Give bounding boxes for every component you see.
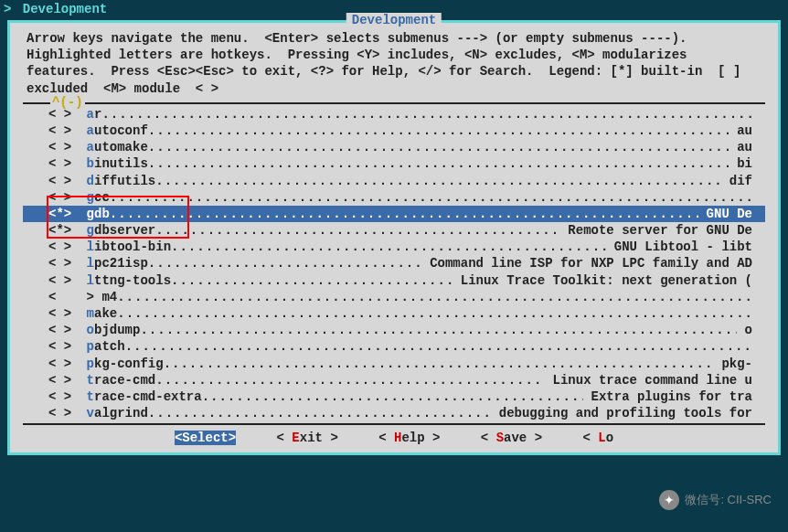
item-desc: o bbox=[737, 322, 752, 338]
menu-item[interactable]: < > automake............................… bbox=[23, 139, 765, 155]
item-label: bjdump bbox=[94, 322, 140, 338]
item-dots: ........................................… bbox=[140, 322, 737, 338]
item-dots: ........................................… bbox=[148, 405, 492, 421]
item-hotkey: l bbox=[87, 255, 94, 271]
item-dots: ........................................… bbox=[155, 173, 721, 189]
menu-item[interactable]: <*> gdbserver...........................… bbox=[23, 222, 765, 239]
item-desc: au bbox=[729, 122, 752, 139]
item-hotkey: a bbox=[87, 139, 94, 155]
item-desc: au bbox=[729, 139, 752, 155]
item-dots: ........................................… bbox=[117, 305, 752, 322]
item-hotkey: d bbox=[87, 173, 94, 189]
scroll-up-indicator: ^(-) bbox=[50, 95, 85, 110]
item-label: ake bbox=[94, 305, 117, 322]
item-hotkey: a bbox=[87, 122, 94, 139]
item-dots: ........................................… bbox=[148, 139, 729, 155]
breadcrumb-path: Development bbox=[23, 2, 107, 16]
item-hotkey: v bbox=[87, 405, 94, 421]
select-button[interactable]: <Select> bbox=[175, 431, 236, 445]
item-hotkey: t bbox=[87, 388, 94, 405]
item-state: < > bbox=[48, 305, 80, 322]
item-dots: ........................................… bbox=[202, 388, 584, 405]
item-hotkey: t bbox=[87, 372, 94, 388]
item-hotkey: a bbox=[87, 106, 94, 122]
dialog-box: Development Arrow keys navigate the menu… bbox=[7, 20, 781, 455]
menu-item[interactable]: <*> gdb.................................… bbox=[23, 206, 765, 222]
item-state: < > bbox=[48, 122, 80, 139]
item-dots: ........................................… bbox=[101, 106, 752, 122]
item-label: ibtool-bin bbox=[94, 239, 171, 255]
item-label: utomake bbox=[94, 139, 148, 155]
item-state: <*> bbox=[48, 206, 80, 222]
item-label: race-cmd bbox=[94, 372, 155, 388]
breadcrumb-prompt: > bbox=[4, 2, 11, 16]
item-hotkey: o bbox=[87, 322, 94, 338]
item-hotkey: p bbox=[87, 338, 94, 355]
item-state: < > bbox=[48, 356, 80, 372]
help-button[interactable]: < Help > bbox=[378, 431, 440, 445]
menu-item[interactable]: < > trace-cmd...........................… bbox=[23, 372, 765, 388]
wechat-icon: ✦ bbox=[659, 490, 679, 510]
item-hotkey: m bbox=[87, 305, 94, 322]
item-state: < > bbox=[48, 173, 80, 189]
item-dots: ........................................… bbox=[155, 372, 545, 388]
menu-item[interactable]: < > m4..................................… bbox=[23, 289, 765, 305]
item-state: < > bbox=[48, 139, 80, 155]
item-state: < > bbox=[48, 189, 80, 206]
menu-container: ^(-) < > ar.............................… bbox=[23, 102, 765, 426]
item-desc: bi bbox=[729, 155, 752, 172]
save-button[interactable]: < Save > bbox=[481, 431, 542, 445]
item-desc: GNU Libtool - libt bbox=[606, 239, 752, 255]
menu-item[interactable]: < > valgrind............................… bbox=[23, 405, 765, 421]
item-hotkey: p bbox=[87, 356, 94, 372]
item-state: < > bbox=[48, 405, 80, 421]
menu-item[interactable]: < > make................................… bbox=[23, 305, 765, 322]
item-desc: Linux trace command line u bbox=[545, 372, 752, 388]
item-state: < bbox=[48, 289, 80, 305]
item-dots: ........................................… bbox=[171, 239, 606, 255]
item-desc: debugging and profiling tools for bbox=[491, 405, 752, 421]
item-label: atch bbox=[94, 338, 125, 355]
item-label: db bbox=[94, 206, 110, 222]
help-text: Arrow keys navigate the menu. <Enter> se… bbox=[10, 27, 778, 102]
menu-item[interactable]: < > gcc.................................… bbox=[23, 189, 765, 206]
item-dots: ........................................… bbox=[155, 222, 560, 239]
menu-item[interactable]: < > patch...............................… bbox=[23, 338, 765, 355]
item-label: > m4 bbox=[87, 289, 118, 305]
item-dots: ........................................… bbox=[110, 189, 752, 206]
exit-button[interactable]: < Exit > bbox=[277, 431, 338, 445]
dialog-title: Development bbox=[346, 13, 442, 27]
item-state: < > bbox=[48, 322, 80, 338]
menu-item[interactable]: < > libtool-bin.........................… bbox=[23, 239, 765, 255]
menu-item[interactable]: < > objdump.............................… bbox=[23, 322, 765, 338]
menu-item[interactable]: < > ar..................................… bbox=[23, 106, 765, 122]
menu-item[interactable]: < > diffutils...........................… bbox=[23, 173, 765, 189]
menu-list[interactable]: < > ar..................................… bbox=[23, 106, 765, 422]
item-dots: ........................................… bbox=[148, 255, 422, 271]
menu-item[interactable]: < > pkg-config..........................… bbox=[23, 356, 765, 372]
item-state: < > bbox=[48, 388, 80, 405]
item-dots: ........................................… bbox=[171, 272, 453, 289]
watermark: ✦ 微信号: CII-SRC bbox=[659, 490, 772, 510]
item-label: utoconf bbox=[94, 122, 148, 139]
item-label: inutils bbox=[94, 155, 148, 172]
load-button[interactable]: < Lo bbox=[582, 431, 613, 445]
menu-item[interactable]: < > binutils............................… bbox=[23, 155, 765, 172]
item-label: kg-config bbox=[94, 356, 164, 372]
menu-item[interactable]: < > trace-cmd-extra.....................… bbox=[23, 388, 765, 405]
item-hotkey: b bbox=[87, 155, 94, 172]
item-hotkey: g bbox=[87, 206, 94, 222]
menu-item[interactable]: < > autoconf............................… bbox=[23, 122, 765, 139]
item-desc: pkg- bbox=[714, 356, 752, 372]
item-dots: ........................................… bbox=[117, 289, 752, 305]
item-desc: Command line ISP for NXP LPC family and … bbox=[422, 255, 752, 271]
item-dots: ........................................… bbox=[148, 122, 729, 139]
menu-item[interactable]: < > lpc21isp............................… bbox=[23, 255, 765, 271]
item-label: pc21isp bbox=[94, 255, 148, 271]
item-state: < > bbox=[48, 255, 80, 271]
item-label: dbserver bbox=[94, 222, 155, 239]
item-state: < > bbox=[48, 155, 80, 172]
menu-item[interactable]: < > lttng-tools.........................… bbox=[23, 272, 765, 289]
item-desc: Linux Trace Toolkit: next generation ( bbox=[453, 272, 752, 289]
item-dots: ........................................… bbox=[125, 338, 752, 355]
